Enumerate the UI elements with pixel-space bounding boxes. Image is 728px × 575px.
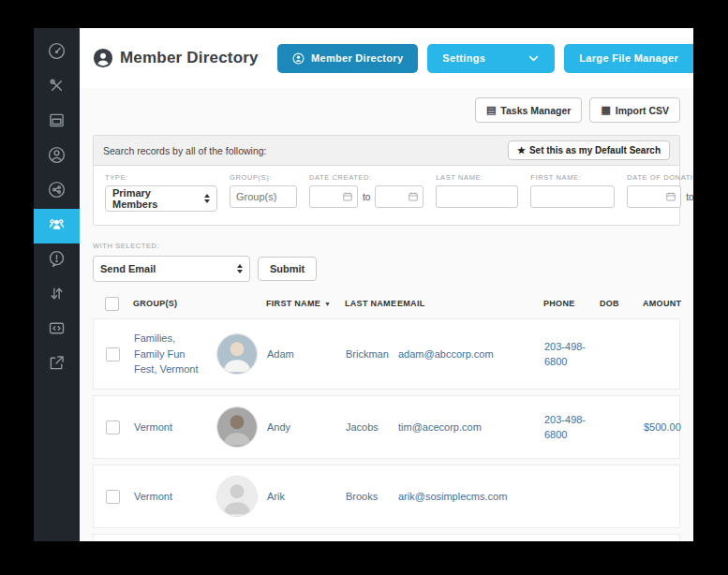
col-groups: GROUP(S) (133, 299, 215, 309)
filter-date-of-donation: DATE OF DONATION: to (627, 173, 693, 212)
with-selected: WITH SELECTED: Send Email Submit (93, 235, 680, 282)
list-icon: ▤ (486, 104, 496, 116)
filter-first-name: FIRST NAME: (530, 173, 615, 212)
table-row[interactable]: Vermont Arik Brooks arik@sosimplecms.com (93, 464, 680, 528)
with-selected-action-select[interactable]: Send Email (93, 256, 250, 282)
chevron-down-icon (527, 52, 540, 65)
calendar-icon (408, 191, 419, 202)
arrows-swap-icon (47, 284, 67, 307)
col-phone[interactable]: PHONE (543, 299, 600, 309)
page-header: Member Directory Member Directory Settin… (80, 28, 693, 88)
search-filters: TYPE: Primary Members GROUP(S): DATE CRE… (94, 166, 679, 225)
header-buttons: Member Directory Settings Large File Man… (277, 44, 693, 73)
sidebar-item-pages[interactable] (34, 105, 80, 140)
cell-email[interactable]: adam@abccorp.com (398, 346, 544, 362)
member-circle-icon (93, 48, 113, 68)
sidebar-item-dashboard[interactable] (34, 36, 80, 70)
col-first-name[interactable]: FIRST NAME▼ (266, 299, 345, 309)
search-title: Search records by all of the following: (103, 145, 267, 156)
sort-desc-icon: ▼ (324, 301, 331, 307)
sidebar-item-export[interactable] (34, 347, 80, 382)
avatar (216, 333, 258, 375)
large-file-manager-button[interactable]: Large File Manager (564, 44, 693, 73)
cell-groups[interactable]: Vermont (134, 420, 216, 435)
share-icon (47, 180, 67, 203)
table-row[interactable]: Families, Family Fun Fest, Vermont Dan S… (93, 534, 680, 541)
cell-groups[interactable]: Families, Family Fun Fest, Vermont (134, 331, 216, 377)
star-icon: ★ (517, 145, 526, 155)
cell-first-name[interactable]: Adam (267, 346, 346, 362)
import-csv-button[interactable]: ▦ Import CSV (589, 97, 680, 123)
sidebar-item-members[interactable] (34, 209, 80, 243)
row-checkbox[interactable] (106, 420, 120, 435)
col-last-name[interactable]: LAST NAME (345, 299, 397, 309)
sidebar-item-workflows[interactable] (34, 278, 80, 313)
sidebar-item-share[interactable] (34, 174, 80, 209)
select-stepper-icon (204, 194, 210, 203)
tools-icon (47, 76, 67, 99)
title-wrap: Member Directory (93, 48, 259, 68)
members-table: GROUP(S) FIRST NAME▼ LAST NAME EMAIL PHO… (93, 291, 680, 541)
avatar (216, 406, 258, 448)
last-name-input[interactable] (436, 185, 518, 208)
person-icon (292, 52, 305, 65)
type-select[interactable]: Primary Members (105, 185, 217, 212)
cell-phone: 203-498-6800 (544, 339, 601, 370)
cell-first-name[interactable]: Andy (267, 420, 346, 435)
cell-last-name[interactable]: Jacobs (346, 420, 398, 435)
table-icon: ▦ (601, 104, 610, 116)
calendar-icon (665, 191, 676, 202)
page-title: Member Directory (120, 49, 259, 67)
calendar-icon (342, 191, 353, 202)
filter-groups: GROUP(S): (230, 173, 297, 212)
select-all-checkbox[interactable] (105, 297, 119, 311)
cell-phone: 203-498-6800 (544, 412, 601, 443)
filter-type: TYPE: Primary Members (105, 173, 217, 212)
code-window-icon (47, 318, 67, 342)
cell-amount: $500.00 (644, 420, 683, 435)
first-name-input[interactable] (530, 185, 615, 208)
sidebar-item-code[interactable] (34, 313, 80, 347)
set-default-search-button[interactable]: ★ Set this as my Default Search (508, 140, 670, 160)
sidebar-item-alerts[interactable] (34, 243, 80, 278)
dashboard-gauge-icon (47, 41, 67, 65)
table-row[interactable]: Families, Family Fun Fest, Vermont Adam … (93, 318, 680, 390)
member-directory-button[interactable]: Member Directory (277, 44, 418, 73)
col-amount[interactable]: AMOUNT (643, 299, 683, 309)
table-row[interactable]: Vermont Andy Jacobs tim@acecorp.com 203-… (93, 395, 680, 459)
main-area: Member Directory Member Directory Settin… (80, 28, 693, 541)
cell-last-name[interactable]: Brickman (346, 346, 398, 362)
search-panel-header: Search records by all of the following: … (94, 136, 679, 166)
with-selected-label: WITH SELECTED: (93, 242, 159, 250)
cell-groups[interactable]: Vermont (134, 489, 216, 505)
date-created-to-input[interactable] (375, 185, 423, 208)
external-link-icon (47, 353, 67, 376)
col-email[interactable]: EMAIL (397, 299, 543, 309)
avatar-placeholder (216, 476, 258, 517)
tasks-manager-button[interactable]: ▤ Tasks Manager (475, 97, 583, 123)
filter-date-created: DATE CREATED: to (309, 173, 423, 212)
row-checkbox[interactable] (106, 347, 120, 361)
alert-bubble-icon (47, 249, 67, 273)
donation-from-input[interactable] (627, 185, 681, 208)
submit-button[interactable]: Submit (258, 257, 317, 281)
cell-last-name[interactable]: Brooks (346, 489, 398, 505)
cell-first-name[interactable]: Arik (267, 489, 346, 505)
filter-last-name: LAST NAME: (436, 173, 518, 212)
select-stepper-icon (237, 264, 243, 273)
groups-input[interactable] (230, 185, 297, 208)
sidebar-item-profile[interactable] (34, 140, 80, 174)
top-actions: ▤ Tasks Manager ▦ Import CSV (93, 97, 680, 123)
members-group-icon (47, 214, 67, 238)
profile-icon (47, 145, 67, 169)
sidebar-item-tools[interactable] (34, 70, 80, 105)
date-created-from-input[interactable] (309, 185, 358, 208)
cell-email[interactable]: tim@acecorp.com (398, 420, 544, 435)
col-dob[interactable]: DOB (600, 299, 643, 309)
pages-icon (47, 111, 67, 134)
app-window: Member Directory Member Directory Settin… (34, 28, 693, 541)
cell-email[interactable]: arik@sosimplecms.com (398, 489, 544, 505)
row-checkbox[interactable] (106, 490, 120, 504)
table-header-row: GROUP(S) FIRST NAME▼ LAST NAME EMAIL PHO… (93, 291, 680, 318)
settings-button[interactable]: Settings (427, 44, 555, 73)
